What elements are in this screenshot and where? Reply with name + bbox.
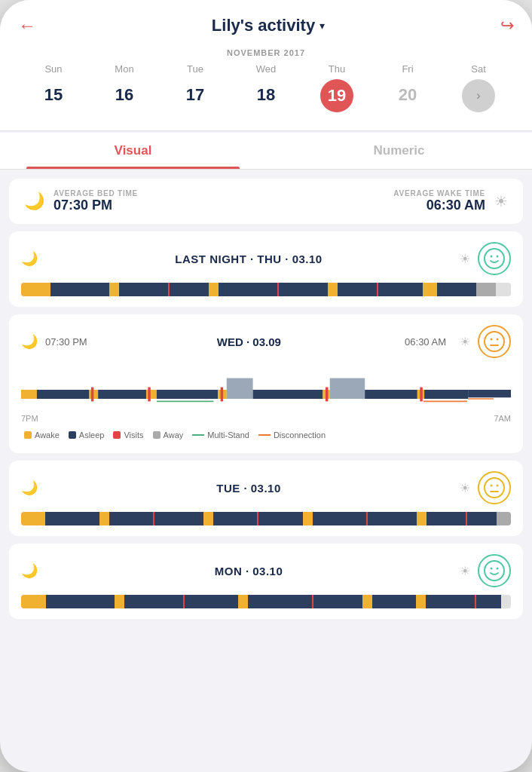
svg-point-32 bbox=[491, 485, 493, 487]
svg-rect-12 bbox=[146, 390, 157, 399]
svg-point-1 bbox=[491, 256, 493, 258]
sleep-card-tue: 🌙 TUE · 03.10 ☀ bbox=[9, 461, 523, 536]
wed-time-labels: 7PM 7AM bbox=[21, 411, 511, 423]
cal-day-mon: Mon bbox=[89, 63, 160, 79]
legend-multistand: Multi-Stand bbox=[192, 430, 249, 440]
avg-bed-value: 07:30 PM bbox=[54, 198, 270, 213]
svg-rect-23 bbox=[468, 390, 511, 397]
svg-point-4 bbox=[491, 339, 493, 341]
mon-sleep-bar bbox=[21, 595, 511, 608]
svg-rect-25 bbox=[148, 388, 150, 402]
cal-date-18[interactable]: 18 bbox=[231, 79, 301, 130]
svg-rect-27 bbox=[326, 388, 328, 402]
lastnight-title: LAST NIGHT · THU · 03.10 bbox=[45, 253, 452, 265]
back-button[interactable]: ← bbox=[18, 15, 36, 36]
lastnight-moon-icon: 🌙 bbox=[21, 250, 38, 267]
svg-point-36 bbox=[491, 568, 493, 570]
avg-wake-label: AVERAGE WAKE TIME bbox=[270, 189, 486, 198]
legend-disconnection: Disconnection bbox=[258, 430, 326, 440]
header-top: ← Lily's activity ▾ ↪ bbox=[18, 15, 514, 48]
share-button[interactable]: ↪ bbox=[500, 16, 514, 35]
svg-point-3 bbox=[485, 332, 504, 351]
sleep-card-lastnight: 🌙 LAST NIGHT · THU · 03.10 ☀ bbox=[9, 231, 523, 307]
svg-rect-18 bbox=[330, 378, 365, 399]
phone-frame: ← Lily's activity ▾ ↪ NOVEMBER 2017 Sun … bbox=[0, 0, 532, 772]
cal-day-thu: Thu bbox=[301, 63, 372, 79]
sleep-card-wed: 🌙 07:30 PM WED · 03.09 06:30 AM ☀ bbox=[9, 314, 523, 453]
calendar-grid: Sun Mon Tue Wed Thu Fri Sat 15 16 17 18 … bbox=[18, 63, 514, 130]
svg-rect-26 bbox=[221, 388, 223, 402]
asleep-legend-label: Asleep bbox=[79, 430, 105, 440]
cal-day-wed: Wed bbox=[231, 63, 301, 79]
cal-date-19-active[interactable]: 19 bbox=[320, 79, 353, 112]
svg-rect-16 bbox=[253, 390, 323, 399]
mon-sun-icon: ☀ bbox=[460, 564, 470, 578]
wed-mood-badge bbox=[478, 325, 511, 358]
title-row: Lily's activity ▾ bbox=[212, 16, 325, 35]
awake-legend-dot bbox=[24, 431, 32, 439]
svg-point-33 bbox=[497, 485, 499, 487]
away-legend-dot bbox=[153, 431, 161, 439]
avg-bed-section: AVERAGE BED TIME 07:30 PM bbox=[54, 189, 270, 213]
wed-title: WED · 03.09 bbox=[93, 335, 405, 348]
wed-bed-time: 07:30 PM bbox=[45, 336, 87, 348]
svg-point-5 bbox=[497, 339, 499, 341]
wake-sun-icon: ☀ bbox=[494, 192, 508, 210]
cal-day-tue: Tue bbox=[160, 63, 231, 79]
wed-end-time: 7AM bbox=[494, 414, 511, 423]
calendar-section: NOVEMBER 2017 Sun Mon Tue Wed Thu Fri Sa… bbox=[18, 48, 514, 130]
wed-moon-icon: 🌙 bbox=[21, 333, 38, 350]
avg-times-card: 🌙 AVERAGE BED TIME 07:30 PM AVERAGE WAKE… bbox=[9, 179, 523, 224]
cal-day-fri: Fri bbox=[372, 63, 443, 79]
tue-header: 🌙 TUE · 03.10 ☀ bbox=[21, 471, 511, 504]
avg-bed-label: AVERAGE BED TIME bbox=[54, 189, 270, 198]
tab-numeric[interactable]: Numeric bbox=[266, 133, 532, 169]
page-title: Lily's activity bbox=[212, 16, 315, 35]
svg-point-31 bbox=[485, 478, 504, 498]
wed-wake-time: 06:30 AM bbox=[405, 336, 446, 348]
cal-date-16[interactable]: 16 bbox=[89, 79, 160, 130]
calendar-month: NOVEMBER 2017 bbox=[18, 48, 514, 63]
mon-header: 🌙 MON · 03.10 ☀ bbox=[21, 554, 511, 587]
wed-header: 🌙 07:30 PM WED · 03.09 06:30 AM ☀ bbox=[21, 325, 511, 358]
tab-visual[interactable]: Visual bbox=[0, 133, 266, 169]
mon-mood-badge bbox=[478, 554, 511, 587]
wed-start-time: 7PM bbox=[21, 414, 38, 423]
tue-title: TUE · 03.10 bbox=[45, 482, 452, 495]
lastnight-mood-badge bbox=[478, 242, 511, 275]
lastnight-sleep-bar bbox=[21, 283, 511, 296]
legend-visits: Visits bbox=[113, 430, 143, 440]
bed-moon-icon: 🌙 bbox=[24, 191, 44, 211]
svg-point-35 bbox=[485, 561, 504, 581]
calendar-next-button[interactable]: › bbox=[462, 79, 495, 112]
svg-rect-15 bbox=[227, 378, 253, 399]
sleep-card-mon: 🌙 MON · 03.10 ☀ bbox=[9, 544, 523, 619]
title-dropdown-icon[interactable]: ▾ bbox=[320, 20, 325, 32]
cal-date-15[interactable]: 15 bbox=[18, 79, 89, 130]
mon-title: MON · 03.10 bbox=[45, 565, 452, 577]
cal-date-17[interactable]: 17 bbox=[160, 79, 231, 130]
disconnection-legend-label: Disconnection bbox=[274, 430, 326, 440]
tue-moon-icon: 🌙 bbox=[21, 479, 38, 496]
visits-legend-label: Visits bbox=[124, 430, 143, 440]
svg-rect-8 bbox=[21, 390, 37, 399]
svg-point-37 bbox=[497, 568, 499, 570]
avg-wake-value: 06:30 AM bbox=[270, 198, 486, 213]
wed-chart-area: 7PM 7AM bbox=[21, 363, 511, 423]
svg-rect-19 bbox=[365, 390, 417, 399]
mon-moon-icon: 🌙 bbox=[21, 562, 38, 579]
legend-asleep: Asleep bbox=[69, 430, 105, 440]
visits-legend-dot bbox=[113, 431, 121, 439]
cal-date-20[interactable]: 20 bbox=[372, 79, 443, 130]
legend-away: Away bbox=[153, 430, 184, 440]
app-content: ← Lily's activity ▾ ↪ NOVEMBER 2017 Sun … bbox=[0, 0, 532, 643]
wed-sun-icon: ☀ bbox=[460, 335, 470, 349]
svg-rect-13 bbox=[157, 390, 218, 399]
disconnection-legend-line bbox=[258, 434, 271, 436]
tue-sleep-bar bbox=[21, 512, 511, 525]
tabs: Visual Numeric bbox=[0, 133, 532, 170]
header: ← Lily's activity ▾ ↪ NOVEMBER 2017 Sun … bbox=[0, 0, 532, 131]
svg-rect-24 bbox=[91, 388, 93, 402]
svg-rect-28 bbox=[420, 388, 422, 402]
multistand-legend-label: Multi-Stand bbox=[207, 430, 249, 440]
